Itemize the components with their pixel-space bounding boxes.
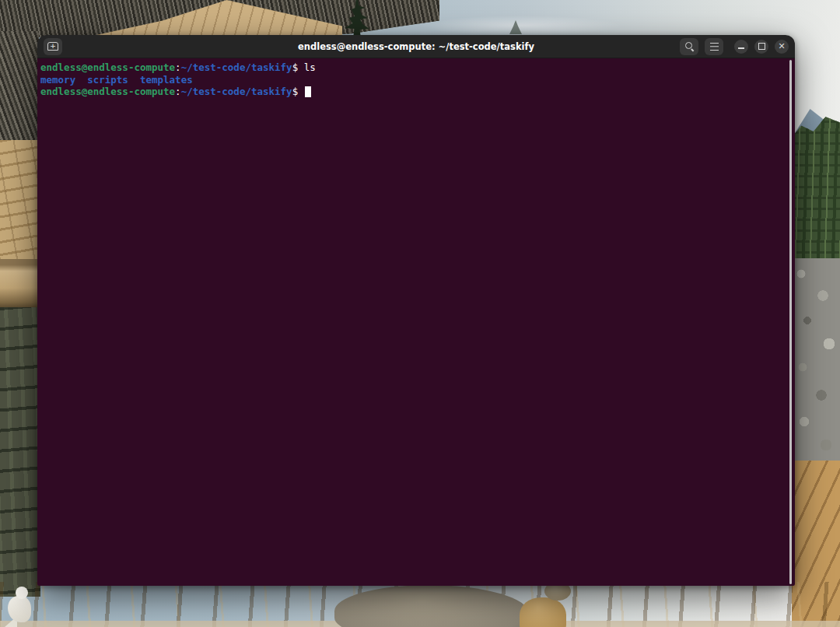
terminal-line: endless@endless-compute:~/test-code/task… [40, 61, 792, 74]
search-icon [684, 41, 695, 51]
terminal-text-segment: ~/test-code/taskify [181, 86, 292, 97]
terminal-text-segment: : [175, 61, 181, 73]
wallpaper-moss-shingles [0, 307, 40, 597]
terminal-text-segment [75, 74, 87, 86]
wallpaper-rock-slope [792, 258, 840, 465]
close-icon: ✕ [778, 42, 785, 51]
terminal-scrollbar[interactable] [789, 60, 792, 584]
maximize-button[interactable] [754, 40, 768, 54]
terminal-text-segment: ls [304, 61, 316, 73]
search-button[interactable] [680, 38, 698, 55]
terminal-text-segment: ~/test-code/taskify [181, 61, 292, 73]
terminal-output: endless@endless-compute:~/test-code/task… [40, 61, 792, 98]
new-tab-button[interactable] [44, 38, 62, 55]
minimize-button[interactable] [734, 40, 748, 54]
bird-head [16, 587, 28, 599]
wallpaper-shingles [0, 140, 40, 264]
terminal-text-segment: endless@endless-compute [40, 86, 175, 97]
close-button[interactable]: ✕ [775, 40, 789, 54]
maximize-icon [758, 43, 765, 50]
wallpaper-bird [5, 585, 36, 627]
bird-body [8, 596, 31, 622]
titlebar[interactable]: endless@endless-compute: ~/test-code/tas… [37, 35, 795, 58]
terminal-text-segment: endless@endless-compute [40, 61, 175, 73]
terminal-text-segment: scripts [87, 74, 128, 86]
wallpaper-twigs-left [0, 31, 39, 152]
wallpaper-forest [792, 117, 840, 264]
terminal-line: memory scripts templates [40, 74, 792, 86]
menu-icon [710, 43, 719, 51]
terminal-line: endless@endless-compute:~/test-code/task… [40, 86, 792, 98]
wallpaper-log-beam [0, 259, 40, 307]
new-tab-icon [47, 42, 58, 51]
terminal-text-segment: : [175, 86, 181, 97]
terminal-text-segment [128, 74, 140, 86]
terminal-text-segment: memory [40, 74, 75, 86]
terminal-content[interactable]: endless@endless-compute:~/test-code/task… [37, 58, 795, 586]
terminal-cursor [305, 86, 311, 97]
menu-button[interactable] [705, 38, 723, 55]
terminal-text-segment: $ [292, 86, 304, 97]
terminal-window: endless@endless-compute: ~/test-code/tas… [37, 35, 795, 586]
wallpaper-stone [520, 597, 566, 627]
terminal-text-segment: templates [140, 74, 193, 86]
terminal-text-segment: $ [292, 61, 304, 73]
minimize-icon [738, 47, 744, 49]
